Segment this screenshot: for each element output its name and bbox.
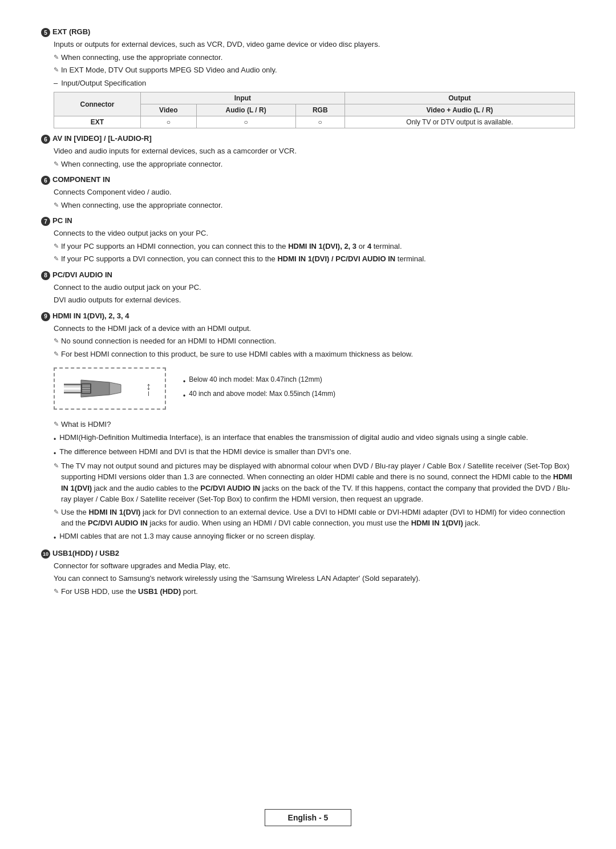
hdmi-diagram: ↕ — [54, 367, 166, 410]
component-in-note-1: ✎ When connecting, use the appropriate c… — [54, 200, 575, 211]
table-row-input-rgb: ○ — [295, 116, 345, 128]
ext-dash-item: – Input/Output Specification — [54, 78, 575, 89]
section-title-ext-rgb: 5 EXT (RGB) — [41, 27, 575, 37]
section-body-component-in: Connects Component video / audio. ✎ When… — [54, 187, 575, 211]
av-in-note-1: ✎ When connecting, use the appropriate c… — [54, 159, 575, 170]
note-icon-hdmi-2: ✎ — [54, 349, 59, 359]
hdmi-bullet-2: • 40 inch and above model: Max 0.55inch … — [183, 389, 335, 401]
footer: English - 5 — [0, 809, 616, 826]
hdmi-in-note-2: ✎ For best HDMI connection to this produ… — [54, 349, 575, 360]
section-body-av-in: Video and audio inputs for external devi… — [54, 145, 575, 169]
hdmi-diagram-container: ↕ • Below 40 inch model: Max 0.47inch (1… — [54, 363, 575, 414]
circle-num-8: 8 — [41, 271, 50, 280]
section-body-pc-in: Connects to the video output jacks on yo… — [54, 228, 575, 265]
table-row-label: EXT — [54, 116, 141, 128]
svg-marker-11 — [110, 382, 121, 395]
note-icon-hdmi-1: ✎ — [54, 336, 59, 346]
table-subheader-video-audio: Video + Audio (L / R) — [345, 104, 574, 116]
table-subheader-video: Video — [141, 104, 197, 116]
pc-in-note-2: ✎ If your PC supports a DVI connection, … — [54, 253, 575, 265]
footer-label: English - 5 — [288, 813, 329, 822]
table-header-connector: Connector — [54, 92, 141, 116]
note-icon-tv-sound: ✎ — [54, 461, 59, 471]
table-row-input-audio: ○ — [196, 116, 295, 128]
note-icon-1: ✎ — [54, 52, 59, 62]
circle-num-10: 10 — [41, 549, 50, 559]
bullet-dot-dvi-diff: • — [54, 448, 56, 459]
section-body-pcdvi: Connect to the audio output jack on your… — [54, 282, 575, 306]
circle-num-5: 5 — [41, 28, 50, 37]
section-title-av-in: 6 AV IN [VIDEO] / [L-AUDIO-R] — [41, 134, 575, 144]
component-in-intro: Connects Component video / audio. — [54, 187, 575, 198]
usb-line-2: You can connect to Samsung's network wir… — [54, 573, 575, 584]
section-av-in: 6 AV IN [VIDEO] / [L-AUDIO-R] Video and … — [41, 134, 575, 169]
bullet-dot-flicker: • — [54, 533, 56, 543]
section-pcdvi-audio-in: 8 PC/DVI AUDIO IN Connect to the audio o… — [41, 270, 575, 306]
pcdvi-line-1: Connect to the audio output jack on your… — [54, 282, 575, 293]
note-icon-pc-in-1: ✎ — [54, 241, 59, 251]
section-component-in: 6 COMPONENT IN Connects Component video … — [41, 175, 575, 211]
section-title-hdmi-in: 9 HDMI IN 1(DVI), 2, 3, 4 — [41, 312, 575, 321]
note-icon-usb: ✎ — [54, 587, 59, 596]
io-table: Connector Input Output Video Audio (L / … — [54, 92, 575, 128]
hdmi-bullet-dvi-diff: • The difference between HDMI and DVI is… — [54, 446, 575, 459]
hdmi-what-is: ✎ What is HDMI? — [54, 419, 575, 430]
section-body-usb: Connector for software upgrades and Medi… — [54, 560, 575, 597]
note-icon-component-in: ✎ — [54, 200, 59, 210]
section-usb: 10 USB1(HDD) / USB2 Connector for softwa… — [41, 549, 575, 597]
hdmi-arrow: ↕ — [146, 381, 151, 396]
hdmi-bullet-flicker: • HDMI cables that are not 1.3 may cause… — [54, 531, 575, 543]
table-row-input-video: ○ — [141, 116, 197, 128]
ext-intro: Inputs or outputs for external devices, … — [54, 39, 575, 50]
section-ext-rgb: 5 EXT (RGB) Inputs or outputs for extern… — [41, 27, 575, 128]
usb-note-1: ✎ For USB HDD, use the USB1 (HDD) port. — [54, 586, 575, 597]
bullet-dot-2: • — [183, 391, 185, 401]
circle-num-9: 9 — [41, 312, 50, 321]
hdmi-note-tv-sound: ✎ The TV may not output sound and pictur… — [54, 460, 575, 505]
circle-num-6a: 6 — [41, 135, 50, 144]
hdmi-bullet-interface: • HDMI(High-Definition Multimedia Interf… — [54, 432, 575, 444]
section-body-hdmi-in: Connects to the HDMI jack of a device wi… — [54, 323, 575, 543]
note-icon-2: ✎ — [54, 65, 59, 75]
section-hdmi-in: 9 HDMI IN 1(DVI), 2, 3, 4 Connects to th… — [41, 312, 575, 543]
av-in-intro: Video and audio inputs for external devi… — [54, 145, 575, 157]
pc-in-intro: Connects to the video output jacks on yo… — [54, 228, 575, 239]
note-icon-dvi-connection: ✎ — [54, 507, 59, 517]
section-title-component-in: 6 COMPONENT IN — [41, 175, 575, 185]
pc-in-note-1: ✎ If your PC supports an HDMI connection… — [54, 241, 575, 252]
section-pc-in: 7 PC IN Connects to the video output jac… — [41, 216, 575, 265]
table-subheader-rgb: RGB — [295, 104, 345, 116]
table-header-output: Output — [345, 92, 574, 104]
table-row-output: Only TV or DTV output is available. — [345, 116, 574, 128]
note-icon-pc-in-2: ✎ — [54, 254, 59, 264]
hdmi-note-dvi-connection: ✎ Use the HDMI IN 1(DVI) jack for DVI co… — [54, 507, 575, 529]
hdmi-size-bullets: • Below 40 inch model: Max 0.47inch (12m… — [183, 374, 335, 403]
section-title-pc-in: 7 PC IN — [41, 216, 575, 226]
section-title-pcdvi: 8 PC/DVI AUDIO IN — [41, 270, 575, 280]
pcdvi-line-2: DVI audio outputs for external devices. — [54, 294, 575, 306]
circle-num-7: 7 — [41, 217, 50, 226]
ext-note-1: ✎ When connecting, use the appropriate c… — [54, 52, 575, 63]
usb-line-1: Connector for software upgrades and Medi… — [54, 560, 575, 572]
table-subheader-audio: Audio (L / R) — [196, 104, 295, 116]
hdmi-in-intro: Connects to the HDMI jack of a device wi… — [54, 323, 575, 334]
footer-box: English - 5 — [265, 809, 352, 826]
section-title-usb: 10 USB1(HDD) / USB2 — [41, 549, 575, 559]
hdmi-bullet-1: • Below 40 inch model: Max 0.47inch (12m… — [183, 374, 335, 387]
note-icon-hdmi-what: ✎ — [54, 419, 59, 429]
note-icon-av-in: ✎ — [54, 159, 59, 169]
bullet-dot-interface: • — [54, 434, 56, 444]
circle-num-6b: 6 — [41, 176, 50, 185]
hdmi-in-note-1: ✎ No sound connection is needed for an H… — [54, 335, 575, 347]
bullet-dot-1: • — [183, 377, 185, 387]
section-body-ext-rgb: Inputs or outputs for external devices, … — [54, 39, 575, 128]
hdmi-connector-svg — [64, 374, 132, 403]
ext-note-2: ✎ In EXT Mode, DTV Out supports MPEG SD … — [54, 64, 575, 76]
table-header-input: Input — [141, 92, 345, 104]
